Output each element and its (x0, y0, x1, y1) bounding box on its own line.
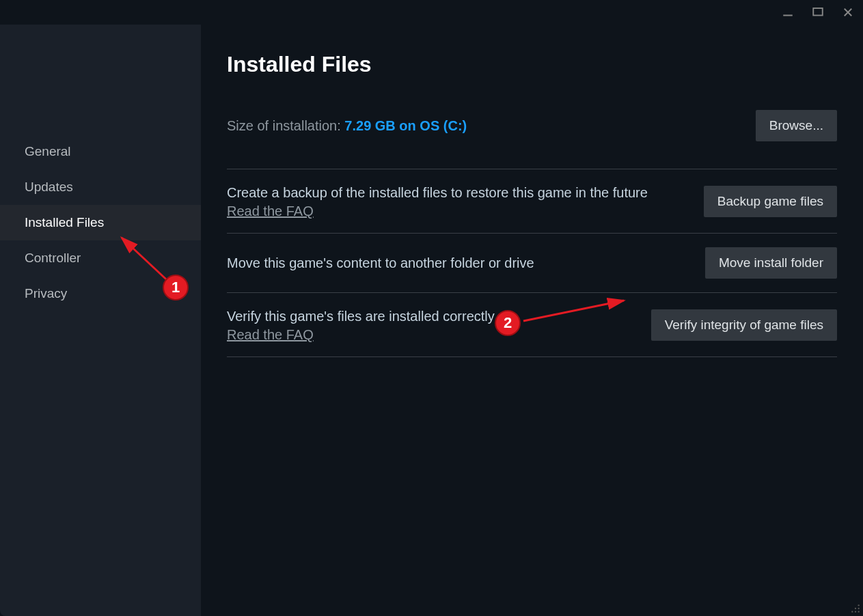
move-description: Move this game's content to another fold… (227, 253, 691, 272)
page-title: Installed Files (227, 52, 837, 77)
maximize-button[interactable] (808, 3, 827, 22)
sidebar-item-installed-files[interactable]: Installed Files (0, 205, 201, 240)
verify-section: Verify this game's files are installed c… (227, 292, 837, 357)
backup-text: Create a backup of the installed files t… (227, 183, 690, 219)
svg-point-11 (851, 611, 853, 613)
verify-integrity-button[interactable]: Verify integrity of game files (651, 309, 837, 341)
svg-point-10 (855, 611, 856, 613)
properties-window: General Updates Installed Files Controll… (0, 0, 863, 616)
minimize-icon (782, 6, 794, 18)
close-icon (842, 6, 854, 18)
install-size-value: 7.29 GB on OS (C:) (344, 118, 467, 133)
install-size-text: Size of installation: 7.29 GB on OS (C:) (227, 118, 467, 134)
verify-description: Verify this game's files are installed c… (227, 307, 638, 326)
move-section: Move this game's content to another fold… (227, 233, 837, 292)
close-button[interactable] (838, 3, 858, 22)
browse-button[interactable]: Browse... (756, 110, 837, 141)
verify-faq-link[interactable]: Read the FAQ (227, 327, 314, 343)
main-panel: Installed Files Size of installation: 7.… (201, 25, 863, 616)
move-install-folder-button[interactable]: Move install folder (705, 247, 837, 279)
backup-game-files-button[interactable]: Backup game files (704, 186, 837, 217)
backup-description: Create a backup of the installed files t… (227, 183, 690, 202)
move-text: Move this game's content to another fold… (227, 253, 691, 272)
svg-point-6 (858, 604, 860, 606)
window-body: General Updates Installed Files Controll… (0, 25, 863, 616)
resize-grip-icon[interactable] (851, 604, 860, 613)
sidebar: General Updates Installed Files Controll… (0, 25, 201, 616)
install-size-row: Size of installation: 7.29 GB on OS (C:)… (227, 110, 837, 141)
svg-point-8 (855, 608, 856, 609)
sidebar-item-updates[interactable]: Updates (0, 169, 201, 205)
titlebar (0, 0, 863, 25)
svg-point-7 (858, 608, 860, 609)
backup-section: Create a backup of the installed files t… (227, 169, 837, 233)
sidebar-item-privacy[interactable]: Privacy (0, 276, 201, 311)
svg-rect-1 (813, 8, 823, 16)
sidebar-item-controller[interactable]: Controller (0, 240, 201, 276)
backup-faq-link[interactable]: Read the FAQ (227, 204, 314, 219)
maximize-icon (812, 6, 824, 18)
sidebar-item-general[interactable]: General (0, 134, 201, 169)
verify-text: Verify this game's files are installed c… (227, 307, 638, 343)
install-size-label: Size of installation: (227, 118, 344, 133)
minimize-button[interactable] (778, 3, 797, 22)
svg-point-9 (858, 611, 860, 613)
